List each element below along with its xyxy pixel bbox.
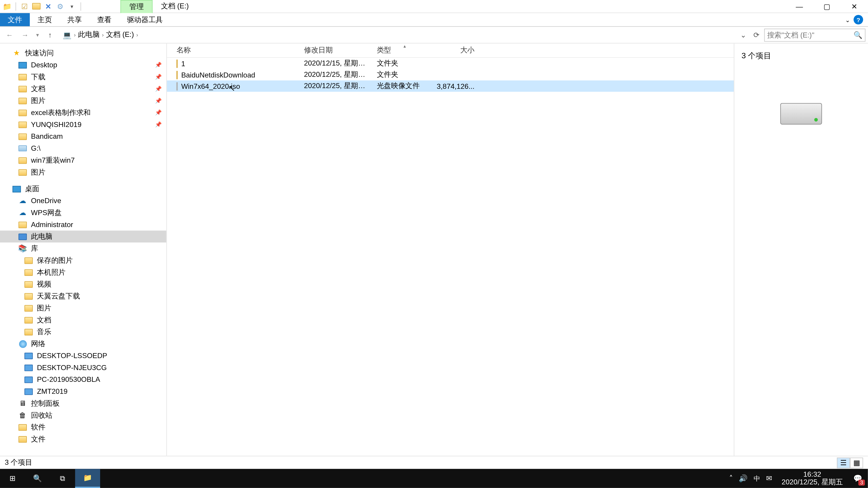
qa-checkbox-icon[interactable]: ☑ (20, 2, 29, 11)
nav-forward-button[interactable]: → (18, 28, 32, 42)
nav-item[interactable]: 下载📌 (0, 71, 166, 83)
minimize-button[interactable]: — (786, 0, 813, 13)
chevron-right-icon[interactable]: › (102, 32, 104, 38)
tab-view[interactable]: 查看 (90, 13, 119, 26)
task-view-button[interactable]: ⧉ (50, 469, 75, 488)
nav-item[interactable]: 天翼云盘下载 (0, 290, 166, 302)
qa-close-icon[interactable]: ✕ (43, 2, 53, 11)
address-history-dropdown[interactable]: ⌄ (737, 28, 750, 41)
column-name[interactable]: 名称 (167, 45, 299, 55)
column-type[interactable]: 类型 (372, 45, 432, 55)
nav-item[interactable]: 音乐 (0, 326, 166, 338)
taskbar-explorer-button[interactable]: 📁 (75, 469, 100, 488)
file-row[interactable]: 12020/12/15, 星期二 1...文件夹 (167, 58, 734, 69)
breadcrumb-drive[interactable]: 文档 (E:) (106, 30, 134, 40)
cloud-icon: ☁ (18, 197, 27, 205)
nav-item[interactable]: Administrator (0, 219, 166, 231)
column-size[interactable]: 大小 (432, 45, 479, 55)
nav-item-label: YUNQISHI2019 (31, 121, 81, 129)
nav-item[interactable]: YUNQISHI2019📌 (0, 119, 166, 131)
navigation-pane[interactable]: ★快速访问Desktop📌下载📌文档📌图片📌excel表格制作求和📌YUNQIS… (0, 43, 167, 456)
file-list[interactable]: 12020/12/15, 星期二 1...文件夹BaiduNetdiskDown… (167, 58, 734, 92)
nav-item[interactable]: 文档📌 (0, 83, 166, 95)
nav-item-label: 图片 (37, 303, 51, 313)
ribbon-collapse-icon[interactable]: ⌄ (845, 17, 850, 23)
nav-item-label: 控制面板 (31, 398, 60, 409)
nav-item[interactable]: 📚库 (0, 242, 166, 254)
nav-item[interactable]: ☁WPS网盘 (0, 207, 166, 219)
nav-item[interactable]: 图片📌 (0, 95, 166, 107)
refresh-button[interactable]: ⟳ (750, 28, 763, 41)
nav-item[interactable]: ZMT2019 (0, 385, 166, 397)
tab-share[interactable]: 共享 (60, 13, 90, 26)
nav-item[interactable]: 🗑回收站 (0, 410, 166, 421)
help-icon[interactable]: ? (854, 15, 863, 24)
folder-icon (18, 108, 27, 117)
taskbar-clock[interactable]: 16:32 2020/12/25, 星期五 (777, 470, 848, 486)
file-type: 文件夹 (372, 58, 432, 68)
tab-file[interactable]: 文件 (0, 13, 30, 26)
start-button[interactable]: ⊞ (0, 469, 25, 488)
close-button[interactable]: ✕ (840, 0, 868, 13)
nav-item[interactable]: 本机照片 (0, 266, 166, 278)
tab-home[interactable]: 主页 (30, 13, 60, 26)
chevron-right-icon[interactable]: › (74, 32, 76, 38)
nav-item[interactable]: 🖥控制面板 (0, 397, 166, 410)
tray-chevron-up-icon[interactable]: ˄ (729, 474, 733, 483)
view-icons-button[interactable]: ▦ (850, 457, 863, 468)
nav-item-label: win7重装win7 (31, 155, 74, 165)
network-pc-icon (24, 387, 33, 396)
action-center-button[interactable]: 💬 3 (848, 469, 868, 488)
maximize-button[interactable]: ▢ (813, 0, 840, 13)
view-details-button[interactable]: ☰ (837, 457, 850, 468)
mail-icon[interactable]: ✉ (766, 474, 772, 483)
file-row[interactable]: BaiduNetdiskDownload2020/12/25, 星期五 1...… (167, 69, 734, 80)
nav-item[interactable]: G:\ (0, 142, 166, 154)
nav-item[interactable]: 图片 (0, 302, 166, 314)
file-row[interactable]: Win7x64_2020.iso2020/12/25, 星期五 1...光盘映像… (167, 80, 734, 92)
nav-item[interactable]: 文件 (0, 433, 166, 445)
nav-item[interactable]: Desktop📌 (0, 59, 166, 71)
qa-dropdown-icon[interactable]: ▾ (67, 2, 77, 11)
breadcrumb[interactable]: 💻 › 此电脑 › 文档 (E:) › (58, 29, 736, 40)
chevron-right-icon[interactable]: › (136, 32, 138, 38)
column-date[interactable]: 修改日期 (299, 45, 372, 55)
search-icon[interactable]: 🔍 (854, 31, 863, 39)
nav-item-label: 图片 (31, 96, 45, 106)
volume-icon[interactable]: 🔊 (739, 474, 748, 483)
taskbar-search-button[interactable]: 🔍 (25, 469, 50, 488)
nav-item-label: 回收站 (31, 410, 53, 420)
nav-item-label: Administrator (31, 221, 73, 229)
ribbon-context-manage[interactable]: 管理 (121, 0, 153, 13)
nav-item[interactable]: win7重装win7 (0, 154, 166, 166)
nav-item[interactable]: excel表格制作求和📌 (0, 107, 166, 119)
nav-back-button[interactable]: ← (2, 28, 17, 42)
qa-settings-icon[interactable]: ⚙ (55, 2, 65, 11)
titlebar: 📁 ☑ ✕ ⚙ ▾ 管理 文档 (E:) — ▢ ✕ (0, 0, 868, 13)
qa-folder-icon[interactable] (32, 2, 41, 11)
folder-icon (18, 121, 27, 129)
nav-item[interactable]: 保存的图片 (0, 254, 166, 266)
nav-item[interactable]: ★快速访问 (0, 47, 166, 59)
nav-item[interactable]: DESKTOP-NJEU3CG (0, 362, 166, 374)
nav-item[interactable]: 此电脑 (0, 231, 166, 242)
search-input[interactable] (767, 31, 863, 39)
nav-item[interactable]: DESKTOP-LSSOEDP (0, 350, 166, 362)
nav-item[interactable]: 图片 (0, 166, 166, 178)
system-tray[interactable]: ˄ 🔊 中 ✉ (724, 474, 777, 483)
nav-item[interactable]: ☁OneDrive (0, 195, 166, 207)
nav-recent-dropdown[interactable]: ▾ (33, 28, 42, 42)
nav-item[interactable]: 桌面 (0, 183, 166, 195)
tab-drive-tools[interactable]: 驱动器工具 (119, 13, 170, 26)
nav-item[interactable]: 文档 (0, 314, 166, 326)
search-box[interactable]: 🔍 (764, 28, 866, 41)
nav-up-button[interactable]: ↑ (43, 28, 57, 42)
nav-item[interactable]: 软件 (0, 421, 166, 433)
ime-icon[interactable]: 中 (754, 474, 760, 483)
nav-item[interactable]: 网络 (0, 338, 166, 350)
nav-item-label: 视频 (37, 279, 51, 289)
breadcrumb-pc[interactable]: 此电脑 (78, 30, 99, 40)
nav-item[interactable]: PC-20190530OBLA (0, 373, 166, 385)
nav-item[interactable]: 视频 (0, 278, 166, 290)
nav-item[interactable]: Bandicam (0, 131, 166, 142)
